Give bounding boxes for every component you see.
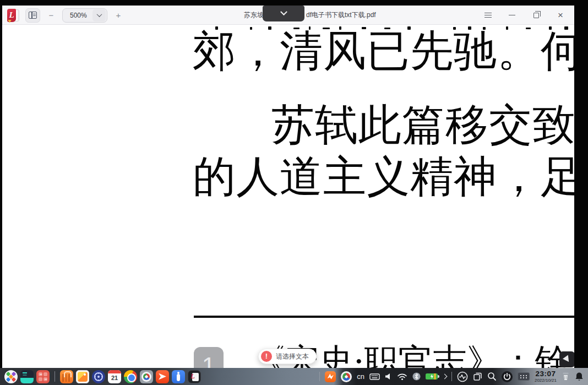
- thumbnail-panel-button[interactable]: [25, 8, 40, 23]
- cursor-icon: [563, 355, 571, 364]
- calendar-day-label: 21: [108, 374, 121, 382]
- notes-app-icon[interactable]: [172, 370, 185, 383]
- title-dropdown-tab[interactable]: [263, 6, 304, 21]
- tray-separator: [451, 372, 452, 381]
- desktop: L − 500% + 苏东坡新传 df电子书下载txt下载.pdf: [0, 0, 588, 385]
- app-logo-icon: L: [7, 8, 20, 23]
- minimize-button[interactable]: [506, 9, 518, 21]
- notification-bell-icon[interactable]: [575, 372, 584, 381]
- hamburger-icon: [484, 13, 492, 18]
- tooltip-text: 请选择文本: [276, 352, 309, 361]
- tray-separator: [319, 372, 320, 381]
- bluetooth-icon[interactable]: [412, 372, 421, 381]
- document-text-line[interactable]: 苏轼此篇移交致词: [271, 103, 574, 146]
- chevron-down-icon: [280, 8, 287, 15]
- downloader-tray-icon[interactable]: [325, 371, 336, 382]
- document-text-line[interactable]: 的人道主义精神，足以: [193, 155, 574, 198]
- thumbnail-panel-icon: [29, 12, 37, 19]
- tray-expand-chevron[interactable]: [443, 375, 447, 378]
- image-viewer-icon[interactable]: [76, 370, 89, 383]
- union-id-tray-icon[interactable]: [341, 371, 352, 382]
- battery-icon[interactable]: [426, 373, 438, 379]
- minimize-icon: [509, 15, 515, 16]
- trash-icon[interactable]: [562, 372, 570, 381]
- chrome-icon[interactable]: [124, 370, 137, 383]
- zoom-dropdown-button[interactable]: [92, 9, 106, 21]
- search-icon[interactable]: [487, 372, 497, 381]
- select-text-tooltip: ! 请选择文本: [258, 349, 317, 364]
- chevron-right-icon: [442, 374, 448, 379]
- community-app-icon[interactable]: [140, 370, 153, 383]
- dock-separator: [55, 371, 55, 382]
- document-text-line[interactable]: 郊，清风已先驰。何以: [193, 29, 574, 72]
- taskbar-dock: 21 L: [4, 368, 201, 385]
- clock-time: 23:07: [535, 370, 556, 378]
- power-icon[interactable]: [502, 371, 513, 382]
- video-player-icon[interactable]: [156, 370, 169, 383]
- calendar-icon[interactable]: 21: [108, 370, 121, 383]
- reader-toolbar: L − 500% + 苏东坡新传 df电子书下载txt下载.pdf: [2, 6, 574, 25]
- app-store-icon[interactable]: [60, 370, 73, 383]
- app-center-icon[interactable]: [36, 370, 50, 383]
- clock-date: 2022/10/21: [535, 378, 557, 383]
- pdf-reader-window: L − 500% + 苏东坡新传 df电子书下载txt下载.pdf: [2, 6, 574, 368]
- close-button[interactable]: ×: [554, 9, 567, 21]
- toolbar-left-group: L − 500% +: [7, 6, 124, 25]
- cursor-indicator-box: [559, 351, 574, 367]
- footnote-marker-badge[interactable]: 1: [194, 347, 224, 368]
- restore-icon: [533, 13, 539, 18]
- footnote-divider: [194, 316, 574, 318]
- terminal-icon[interactable]: [20, 370, 34, 383]
- taskbar: 21 L cn: [0, 368, 588, 385]
- wifi-icon[interactable]: [397, 373, 407, 381]
- zoom-in-button[interactable]: +: [113, 8, 124, 23]
- taskbar-clock[interactable]: 23:07 2022/10/21: [535, 370, 557, 383]
- keyboard-layout-icon[interactable]: [369, 373, 380, 381]
- launcher-icon[interactable]: [4, 370, 18, 383]
- zoom-out-button[interactable]: −: [46, 8, 57, 23]
- onscreen-keyboard-icon[interactable]: [518, 372, 530, 381]
- pdf-page-view[interactable]: 郊，清风已先驰。何以 苏轼此篇移交致词 的人道主义精神，足以 1 《宋史·职官志…: [2, 25, 574, 368]
- input-method-indicator[interactable]: cn: [357, 372, 364, 381]
- reader-logo-letter: L: [190, 372, 195, 380]
- zoom-level-value: 500%: [63, 12, 92, 19]
- volume-icon[interactable]: [385, 373, 392, 380]
- alert-icon: !: [261, 351, 272, 362]
- zoom-level-select[interactable]: 500%: [62, 8, 107, 23]
- menu-button[interactable]: [482, 9, 494, 21]
- document-title-right: df电子书下载txt下载.pdf: [306, 6, 376, 25]
- chevron-down-icon: [96, 12, 102, 17]
- screenshot-icon[interactable]: [473, 372, 482, 381]
- maximize-button[interactable]: [530, 9, 542, 21]
- toolbar-right-group: ×: [482, 6, 567, 25]
- system-tray: cn: [319, 368, 584, 385]
- pdf-reader-dock-icon-active[interactable]: L: [188, 370, 201, 383]
- control-hub-icon[interactable]: [92, 370, 105, 383]
- system-monitor-icon[interactable]: [457, 371, 468, 382]
